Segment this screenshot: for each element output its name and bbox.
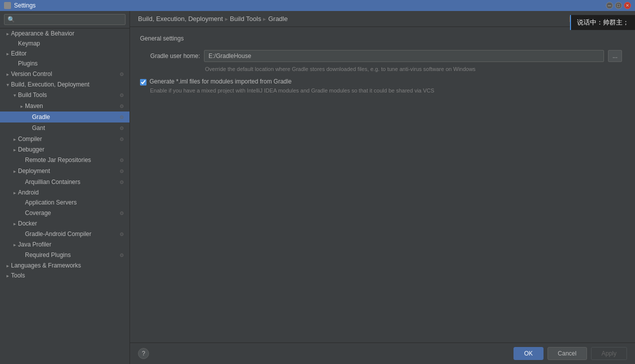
sidebar-item-label-gradle-android: Gradle-Android Compiler [25,230,118,238]
sidebar-item-label-appearance: Appearance & Behavior [11,30,126,37]
tree-arrow-version-control [4,70,11,78]
sidebar-item-label-version-control: Version Control [11,70,118,78]
gradle-user-home-label: Gradle user home: [140,52,200,60]
sidebar-item-keymap[interactable]: Keymap [0,38,130,48]
sidebar-item-label-coverage: Coverage [25,210,118,216]
sidebar-item-debugger[interactable]: Debugger [0,144,130,154]
generate-iml-checkbox[interactable] [140,79,146,86]
gradle-user-home-hint: Override the default location where Grad… [205,66,625,72]
tooltip-text: 说话中：帅群主； [577,18,629,26]
gradle-user-home-input[interactable] [204,50,604,62]
sidebar-item-maven[interactable]: Maven⚙ [0,100,130,112]
sidebar-item-required-plugins[interactable]: Required Plugins⚙ [0,250,130,260]
dialog-buttons: OK Cancel Apply [514,347,627,360]
config-icon-maven: ⚙ [118,102,126,110]
close-button[interactable]: ✕ [624,2,631,9]
sidebar-item-label-maven: Maven [25,102,118,110]
config-icon-remote-jar: ⚙ [118,156,126,164]
sidebar-item-label-build-tools: Build Tools [18,92,118,98]
tree-arrow-coverage [18,210,25,216]
tree-arrow-tools [4,272,11,279]
tree-arrow-maven [18,102,25,110]
sidebar-item-label-gradle: Gradle [32,114,118,120]
tree-arrow-gant [25,124,32,132]
help-button[interactable]: ? [138,348,149,359]
config-icon-deployment: ⚙ [118,167,126,175]
sidebar-item-build-tools[interactable]: Build Tools⚙ [0,90,130,100]
sidebar-item-label-android: Android [18,189,126,196]
breadcrumb-sep-1: ▸ [263,16,266,22]
breadcrumb-item-1[interactable]: Build Tools [230,15,262,22]
sidebar-item-android[interactable]: Android [0,188,130,198]
sidebar-item-coverage[interactable]: Coverage⚙ [0,208,130,218]
breadcrumb-item-2: Gradle [268,15,288,22]
tree-arrow-appearance [4,30,11,37]
sidebar-item-label-tools: Tools [11,272,126,279]
search-box [0,11,130,28]
sidebar-item-remote-jar[interactable]: Remote Jar Repositories⚙ [0,154,130,166]
sidebar-item-gradle-android[interactable]: Gradle-Android Compiler⚙ [0,228,130,240]
config-icon-compiler: ⚙ [118,135,126,143]
tree-arrow-build-exec-deploy [4,81,11,88]
sidebar-item-app-servers[interactable]: Application Servers [0,198,130,208]
sidebar-item-appearance[interactable]: Appearance & Behavior [0,28,130,38]
sidebar-item-label-compiler: Compiler [18,136,118,142]
sidebar-item-gant[interactable]: Gant⚙ [0,122,130,134]
sidebar-item-deployment[interactable]: Deployment⚙ [0,166,130,176]
generate-iml-checkbox-row: Generate *.iml files for modules importe… [140,78,625,86]
app-icon [4,2,11,9]
sidebar-item-label-docker: Docker [18,220,126,227]
title-bar: Settings ─ □ ✕ [0,0,635,11]
tooltip-overlay: 说话中：帅群主； [570,15,635,30]
breadcrumb-item-0[interactable]: Build, Execution, Deployment [138,15,223,22]
tree-arrow-arquillian [18,178,25,186]
config-icon-coverage: ⚙ [118,209,126,217]
generate-iml-label[interactable]: Generate *.iml files for modules importe… [150,78,292,85]
title-bar-buttons: ─ □ ✕ [606,2,631,9]
sidebar-item-version-control[interactable]: Version Control⚙ [0,68,130,80]
section-title: General settings [140,35,625,42]
sidebar-item-arquillian[interactable]: Arquillian Containers⚙ [0,176,130,188]
sidebar-item-docker[interactable]: Docker [0,218,130,228]
tree-arrow-gradle-android [18,230,25,238]
sidebar-item-build-exec-deploy[interactable]: Build, Execution, Deployment [0,80,130,90]
minimize-button[interactable]: ─ [606,2,613,9]
sidebar-item-label-deployment: Deployment [18,168,118,174]
config-icon-gradle-android: ⚙ [118,230,126,238]
sidebar-item-label-debugger: Debugger [18,146,126,153]
sidebar-item-compiler[interactable]: Compiler⚙ [0,134,130,144]
sidebar-item-label-required-plugins: Required Plugins [25,252,118,258]
breadcrumb-sep-0: ▸ [225,16,228,22]
sidebar-item-label-remote-jar: Remote Jar Repositories [25,156,118,164]
generate-iml-hint: Enable if you have a mixed project with … [150,88,625,94]
config-icon-gradle: ⚙ [118,113,126,121]
tree-arrow-deployment [11,168,18,174]
sidebar-item-editor[interactable]: Editor [0,48,130,58]
tree-container: Appearance & BehaviorKeymapEditorPlugins… [0,28,130,280]
tree-arrow-required-plugins [18,252,25,258]
sidebar-item-label-app-servers: Application Servers [25,199,126,206]
config-icon-version-control: ⚙ [118,70,126,78]
tree-arrow-editor [4,50,11,57]
sidebar-item-label-gant: Gant [32,124,118,132]
config-icon-build-tools: ⚙ [118,91,126,99]
sidebar-item-tools[interactable]: Tools [0,270,130,280]
window-title: Settings [14,2,603,9]
checkbox-section: Generate *.iml files for modules importe… [140,78,625,94]
apply-button[interactable]: Apply [591,347,627,360]
sidebar-item-plugins[interactable]: Plugins [0,58,130,68]
sidebar-item-java-profiler[interactable]: Java Profiler [0,240,130,250]
sidebar-item-gradle[interactable]: Gradle⚙ [0,112,130,122]
sidebar: Appearance & BehaviorKeymapEditorPlugins… [0,11,130,364]
tree-arrow-languages [4,262,11,269]
tree-arrow-keymap [11,40,18,47]
browse-button[interactable]: ... [608,50,622,62]
sidebar-item-label-java-profiler: Java Profiler [18,241,126,248]
ok-button[interactable]: OK [514,347,543,360]
search-input[interactable] [4,14,126,25]
sidebar-item-label-plugins: Plugins [18,60,126,67]
maximize-button[interactable]: □ [615,2,622,9]
cancel-button[interactable]: Cancel [548,347,587,360]
sidebar-item-languages[interactable]: Languages & Frameworks [0,260,130,270]
tree-arrow-remote-jar [18,156,25,164]
